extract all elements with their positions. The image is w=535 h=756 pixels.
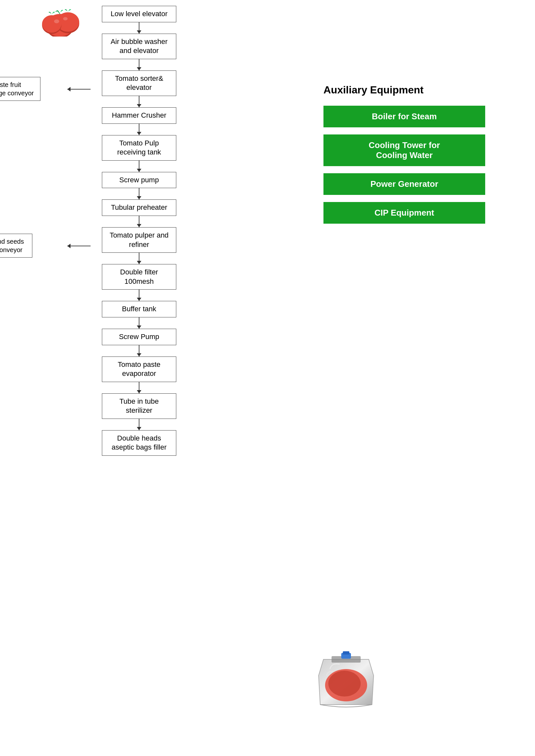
tomato-paste-bag-image [314, 650, 379, 714]
box-hammer-crusher: Hammer Crusher [102, 107, 176, 124]
box-peels-seeds: Peels and seeds screw conveyor [0, 234, 32, 257]
step-tomato-pulper: Peels and seeds screw conveyor Tomato pu… [91, 227, 187, 264]
arrow-4 [139, 124, 139, 135]
step-tomato-pulp-tank: Tomato Pulp receiving tank [91, 135, 187, 172]
step-tomato-paste-evaporator: Tomato paste evaporator [91, 357, 187, 393]
arrow-11 [139, 345, 139, 357]
step-air-bubble-washer: Air bubble washer and elevator [91, 34, 187, 70]
step-low-level-elevator: Low level elevator [91, 6, 187, 34]
auxiliary-equipment-panel: Auxiliary Equipment Boiler for Steam Coo… [324, 84, 485, 231]
box-tomato-pulper: Tomato pulper and refiner [102, 227, 176, 253]
box-screw-pump-1: Screw pump [102, 172, 176, 188]
aux-btn-cooling-tower: Cooling Tower for Cooling Water [324, 134, 485, 166]
arrow-13 [139, 419, 139, 430]
arrow-8 [139, 253, 139, 264]
page: Low level elevator Air bubble washer and… [0, 0, 535, 756]
arrow-3 [139, 96, 139, 107]
aux-btn-cip-equipment: CIP Equipment [324, 202, 485, 224]
svg-point-13 [328, 671, 361, 696]
box-double-filter: Double filter 100mesh [102, 264, 176, 290]
arrow-6 [139, 188, 139, 200]
aux-btn-power-generator: Power Generator [324, 173, 485, 195]
box-screw-pump-2: Screw Pump [102, 329, 176, 345]
step-hammer-crusher: Hammer Crusher [91, 107, 187, 135]
box-tomato-pulp-tank: Tomato Pulp receiving tank [102, 135, 176, 161]
arrow-2 [139, 59, 139, 70]
step-tubular-preheater: Tubular preheater [91, 200, 187, 227]
svg-point-6 [54, 19, 59, 23]
box-waste-fruit: Waste fruit discharge conveyor [0, 77, 41, 101]
box-tomato-paste-evaporator: Tomato paste evaporator [102, 357, 176, 382]
svg-point-7 [63, 17, 68, 20]
tomato-image [42, 6, 84, 37]
svg-rect-11 [343, 651, 349, 655]
box-tube-sterilizer: Tube in tube sterilizer [102, 393, 176, 419]
box-aseptic-filler: Double heads aseptic bags filler [102, 430, 176, 456]
arrow-10 [139, 317, 139, 329]
step-tomato-sorter: Waste fruit discharge conveyor Tomato so… [91, 70, 187, 107]
aux-title: Auxiliary Equipment [324, 84, 485, 96]
step-aseptic-filler: Double heads aseptic bags filler [91, 430, 187, 456]
arrow-12 [139, 382, 139, 393]
box-air-bubble-washer: Air bubble washer and elevator [102, 34, 176, 59]
box-tubular-preheater: Tubular preheater [102, 200, 176, 216]
box-low-level-elevator: Low level elevator [102, 6, 176, 22]
box-tomato-sorter: Tomato sorter& elevator [102, 70, 176, 96]
step-screw-pump-1: Screw pump [91, 172, 187, 200]
arrow-7 [139, 216, 139, 227]
arrow-9 [139, 290, 139, 301]
step-tube-sterilizer: Tube in tube sterilizer [91, 393, 187, 430]
arrow-1 [139, 22, 139, 34]
arrow-5 [139, 161, 139, 172]
step-screw-pump-2: Screw Pump [91, 329, 187, 357]
aux-btn-boiler: Boiler for Steam [324, 106, 485, 127]
step-double-filter: Double filter 100mesh [91, 264, 187, 301]
svg-point-5 [42, 15, 62, 33]
box-buffer-tank: Buffer tank [102, 301, 176, 317]
step-buffer-tank: Buffer tank [91, 301, 187, 329]
